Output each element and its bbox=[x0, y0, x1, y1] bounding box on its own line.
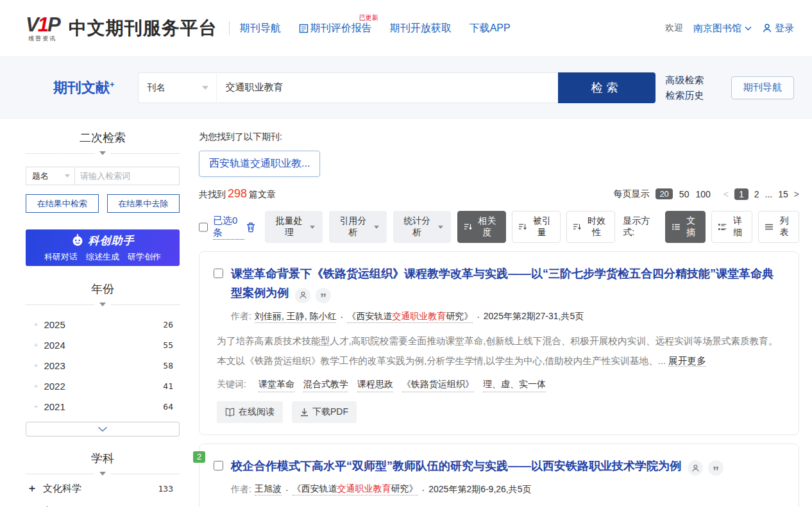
page-2[interactable]: 2 bbox=[754, 189, 759, 199]
results-toolbar: 已选0条 批量处理 引用分析 统计分析 相关度 被引量 bbox=[199, 211, 799, 243]
refine-field-select[interactable]: 题名 bbox=[26, 167, 74, 185]
article-title-link[interactable]: 校企合作模式下高水平“双师型”教师队伍的研究与实践——以西安铁路职业技术学院为例 bbox=[231, 460, 681, 472]
assistant-title: 科创助手 bbox=[89, 233, 135, 248]
ai-assistant-banner[interactable]: 科创助手 科研对话 综述生成 研学创作 bbox=[26, 229, 180, 266]
vip-logo[interactable]: V1P 维普资讯 bbox=[26, 15, 60, 42]
read-online-button[interactable]: 在线阅读 bbox=[217, 401, 283, 423]
batch-process-dropdown[interactable]: 批量处理 bbox=[265, 211, 323, 243]
sort-icon bbox=[573, 223, 581, 231]
plus-expand-icon[interactable]: ＋ bbox=[27, 482, 37, 495]
sort-relevance-button[interactable]: 相关度 bbox=[457, 211, 506, 243]
display-list-button[interactable]: 列表 bbox=[758, 211, 799, 243]
search-section: 期刊文献+ 刊名 检索 高级检索 检索历史 期刊导航 bbox=[0, 56, 812, 119]
expand-more-link[interactable]: 展开更多 bbox=[668, 356, 706, 367]
per-page-50[interactable]: 50 bbox=[679, 189, 689, 199]
citation-quote-icon[interactable]: ” bbox=[708, 460, 723, 476]
per-page-20[interactable]: 20 bbox=[656, 188, 672, 199]
refine-search-title: 二次检索 bbox=[26, 130, 180, 145]
search-field-select[interactable]: 刊名 bbox=[138, 72, 216, 103]
login-button[interactable]: 登录 bbox=[762, 22, 794, 35]
article-keywords: 关键词: 课堂革命 混合式教学 课程思政 《铁路货运组织》 理、虚、实一体 bbox=[217, 376, 784, 392]
nav-open-access[interactable]: 期刊开放获取 bbox=[390, 22, 452, 35]
page-15[interactable]: 15 bbox=[778, 189, 788, 199]
article-card: 课堂革命背景下《铁路货运组织》课程教学改革与实践——以“三阶七步学货检五合四分精… bbox=[199, 251, 799, 435]
display-detail-button[interactable]: 详细 bbox=[711, 211, 752, 243]
article-title-row: 课堂革命背景下《铁路货运组织》课程教学改革与实践——以“三阶七步学货检五合四分精… bbox=[214, 264, 784, 303]
nav-journal-navigation[interactable]: 期刊导航 bbox=[240, 22, 281, 35]
author-profile-icon[interactable] bbox=[688, 460, 703, 476]
select-all-checkbox[interactable] bbox=[199, 222, 208, 232]
citation-analysis-dropdown[interactable]: 引用分析 bbox=[329, 211, 387, 243]
display-abstract-button[interactable]: 文摘 bbox=[665, 211, 706, 243]
search-category-tab[interactable]: 期刊文献+ bbox=[53, 78, 115, 97]
journal-title-link[interactable]: 《西安轨道交通职业教育研究》 bbox=[347, 311, 473, 323]
year-expand-button[interactable] bbox=[26, 422, 180, 436]
next-page-arrow[interactable]: > bbox=[794, 189, 799, 199]
sidebar: 二次检索 题名 在结果中检索 在结果中去除 科创助手 科研对话 综述生 bbox=[26, 119, 180, 507]
exclude-from-results-button[interactable]: 在结果中去除 bbox=[107, 194, 180, 213]
download-pdf-button[interactable]: 下载PDF bbox=[292, 401, 357, 423]
trash-icon[interactable] bbox=[246, 222, 256, 233]
plus-expand-icon[interactable]: ＋ bbox=[27, 505, 37, 507]
per-page-100[interactable]: 100 bbox=[695, 189, 710, 199]
caret-down-icon bbox=[374, 226, 379, 229]
search-history-link[interactable]: 检索历史 bbox=[666, 89, 704, 102]
section-separator bbox=[26, 151, 180, 155]
refine-search-input[interactable] bbox=[74, 167, 180, 185]
keyword-link[interactable]: 课堂革命 bbox=[258, 376, 294, 392]
journal-title-link[interactable]: 《西安轨道交通职业教育研究》 bbox=[292, 483, 418, 495]
keyword-link[interactable]: 课程思政 bbox=[357, 376, 393, 392]
author-profile-icon[interactable] bbox=[295, 288, 310, 303]
facet-count: 133 bbox=[158, 484, 173, 494]
statistical-analysis-dropdown[interactable]: 统计分析 bbox=[393, 211, 451, 243]
year-facet-item[interactable]: +202455 bbox=[26, 335, 180, 355]
header: V1P 维普资讯 中文期刊服务平台 期刊导航 已更新 期刊评价报告 期刊开放获取… bbox=[0, 0, 812, 56]
keyword-link[interactable]: 混合式教学 bbox=[303, 376, 348, 392]
bullet-icon: + bbox=[34, 382, 38, 390]
article-checkbox[interactable] bbox=[214, 269, 223, 278]
advanced-search-link[interactable]: 高级检索 bbox=[666, 74, 704, 87]
keyword-link[interactable]: 理、虚、实一体 bbox=[483, 376, 546, 392]
issue-pages: 2025年第2期6-9,26,共5页 bbox=[428, 484, 531, 495]
authors-label: 作者: bbox=[231, 311, 251, 322]
nav-journal-evaluation-report[interactable]: 已更新 期刊评价报告 bbox=[299, 22, 372, 35]
detail-view-icon bbox=[718, 223, 726, 231]
search-button[interactable]: 检索 bbox=[558, 72, 656, 103]
year-facet-item[interactable]: +202164 bbox=[26, 396, 180, 417]
citation-quote-icon[interactable]: ” bbox=[316, 288, 331, 303]
display-mode-label: 显示方式: bbox=[623, 215, 657, 238]
search-in-results-button[interactable]: 在结果中检索 bbox=[26, 194, 99, 213]
journal-navigation-button[interactable]: 期刊导航 bbox=[731, 76, 794, 99]
assistant-feature[interactable]: 综述生成 bbox=[86, 251, 119, 263]
prev-page-arrow[interactable]: < bbox=[723, 189, 729, 199]
organization-dropdown[interactable]: 南京图书馆 bbox=[693, 22, 752, 35]
header-divider bbox=[229, 21, 230, 35]
subject-facet-title: 学科 bbox=[26, 451, 180, 466]
keywords-label: 关键词: bbox=[217, 376, 246, 392]
keyword-link[interactable]: 《铁路货运组织》 bbox=[402, 376, 474, 392]
triangle-down-icon bbox=[99, 472, 106, 476]
sort-recency-button[interactable]: 时效性 bbox=[566, 211, 615, 243]
page-1[interactable]: 1 bbox=[734, 188, 749, 200]
assistant-feature[interactable]: 科研对话 bbox=[44, 251, 78, 263]
subject-facet-item[interactable]: ＋文化科学133 bbox=[26, 478, 180, 499]
sort-cited-button[interactable]: 被引量 bbox=[512, 211, 561, 243]
year-facet-item[interactable]: +202526 bbox=[26, 314, 180, 335]
user-icon bbox=[762, 23, 772, 33]
article-card: 2 校企合作模式下高水平“双师型”教师队伍的研究与实践——以西安铁路职业技术学院… bbox=[199, 444, 799, 507]
year-facet-item[interactable]: +202358 bbox=[26, 355, 180, 376]
robot-icon bbox=[71, 234, 84, 247]
subject-facet-item[interactable]: ＋交通运输工程55 bbox=[26, 501, 180, 507]
article-meta: 作者: 王旭波 · 《西安轨道交通职业教育研究》 · 2025年第2期6-9,2… bbox=[231, 483, 784, 495]
article-authors[interactable]: 王旭波 bbox=[255, 483, 282, 495]
article-checkbox[interactable] bbox=[214, 461, 223, 470]
journal-chip[interactable]: 西安轨道交通职业教... bbox=[199, 151, 320, 177]
article-authors[interactable]: 刘佳丽, 王静, 陈小红 bbox=[255, 311, 337, 323]
search-input[interactable] bbox=[216, 72, 558, 103]
assistant-feature[interactable]: 研学创作 bbox=[128, 251, 161, 263]
facet-count: 41 bbox=[163, 381, 173, 391]
nav-download-app[interactable]: 下载APP bbox=[469, 22, 511, 35]
total-count: 共找到298篇文章 bbox=[199, 187, 276, 201]
selected-count-link[interactable]: 已选0条 bbox=[213, 215, 244, 240]
year-facet-item[interactable]: +202241 bbox=[26, 376, 180, 396]
